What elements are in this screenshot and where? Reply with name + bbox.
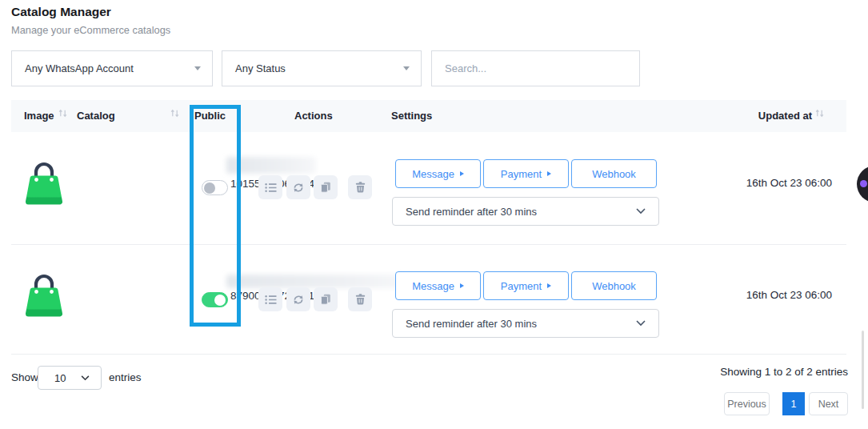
column-header-image[interactable]: Image	[24, 110, 54, 122]
sort-icon[interactable]	[814, 108, 825, 118]
scrollbar-thumb[interactable]	[862, 331, 864, 409]
list-icon	[265, 295, 277, 305]
chevron-down-icon	[403, 66, 410, 70]
chevron-down-icon	[194, 66, 201, 70]
sort-icon[interactable]	[58, 108, 68, 118]
entries-label: entries	[109, 371, 142, 383]
previous-page-button[interactable]: Previous	[724, 392, 770, 415]
submenu-caret-icon	[460, 283, 464, 288]
message-button[interactable]: Message	[395, 159, 481, 188]
webhook-button[interactable]: Webhook	[571, 271, 657, 300]
chevron-down-icon	[636, 320, 646, 327]
copy-button[interactable]	[314, 175, 338, 199]
list-items-button[interactable]	[258, 287, 282, 311]
column-header-public[interactable]: Public	[194, 110, 226, 122]
delete-button[interactable]	[348, 175, 372, 199]
reminder-value: Send reminder after 30 mins	[406, 206, 537, 218]
catalog-name-redacted	[226, 275, 405, 288]
chevron-down-icon	[636, 208, 646, 214]
reminder-value: Send reminder after 30 mins	[406, 318, 537, 330]
catalog-manager-page: Catalog Manager Manage your eCommerce ca…	[0, 0, 868, 429]
reminder-select[interactable]: Send reminder after 30 mins	[392, 309, 659, 338]
chevron-down-icon	[81, 375, 90, 381]
updated-at: 16th Oct 23 06:00	[746, 289, 832, 301]
catalog-image	[24, 270, 64, 319]
list-icon	[265, 182, 277, 193]
webhook-button[interactable]: Webhook	[571, 159, 657, 188]
sync-icon	[293, 295, 304, 305]
catalog-name-redacted	[226, 157, 316, 174]
reminder-select[interactable]: Send reminder after 30 mins	[392, 197, 659, 226]
copy-icon	[320, 182, 331, 193]
trash-icon	[355, 294, 366, 305]
status-select[interactable]: Any Status	[222, 50, 422, 86]
copy-icon	[320, 294, 331, 305]
table-row: 879000787226714 Message Payment Webhook …	[0, 244, 868, 358]
entries-summary: Showing 1 to 2 of 2 entries	[720, 366, 848, 378]
floating-widget-dot-icon	[860, 180, 867, 187]
page-subtitle: Manage your eCommerce catalogs	[11, 24, 170, 36]
toggle-knob	[214, 295, 226, 306]
catalog-image	[24, 158, 64, 207]
sync-button[interactable]	[286, 287, 310, 311]
delete-button[interactable]	[348, 287, 372, 311]
column-header-actions[interactable]: Actions	[294, 110, 333, 122]
table-bottom-divider	[11, 354, 846, 355]
payment-button[interactable]: Payment	[483, 159, 569, 188]
current-page-button[interactable]: 1	[782, 392, 805, 415]
search-input[interactable]	[431, 50, 640, 86]
updated-at: 16th Oct 23 06:00	[746, 177, 832, 189]
page-title: Catalog Manager	[11, 5, 111, 19]
table-header: Image Catalog Public Actions Settings Up…	[11, 100, 846, 132]
submenu-caret-icon	[547, 283, 551, 288]
pagination: Previous 1 Next	[724, 392, 848, 415]
toggle-knob	[204, 182, 215, 194]
copy-button[interactable]	[314, 287, 338, 311]
list-items-button[interactable]	[258, 175, 282, 199]
column-header-settings[interactable]: Settings	[391, 110, 432, 122]
submenu-caret-icon	[547, 171, 551, 176]
whatsapp-account-select[interactable]: Any WhatsApp Account	[11, 50, 213, 86]
sync-icon	[293, 182, 304, 193]
column-header-catalog[interactable]: Catalog	[77, 110, 115, 122]
payment-button[interactable]: Payment	[483, 271, 569, 300]
next-page-button[interactable]: Next	[809, 392, 848, 415]
message-button[interactable]: Message	[395, 271, 481, 300]
status-value: Any Status	[235, 62, 286, 74]
page-size-select[interactable]: 10	[38, 366, 102, 390]
table-row: 1015597906488436 Message Payment Webhook…	[0, 132, 868, 244]
public-toggle[interactable]	[202, 292, 228, 307]
column-header-updated-at[interactable]: Updated at	[758, 110, 812, 122]
page-size-value: 10	[54, 372, 66, 384]
whatsapp-account-value: Any WhatsApp Account	[25, 62, 134, 74]
submenu-caret-icon	[460, 171, 464, 176]
sort-icon[interactable]	[170, 108, 180, 118]
show-label: Show	[11, 371, 38, 383]
sync-button[interactable]	[286, 175, 310, 199]
public-toggle[interactable]	[202, 180, 228, 195]
trash-icon	[355, 182, 366, 193]
